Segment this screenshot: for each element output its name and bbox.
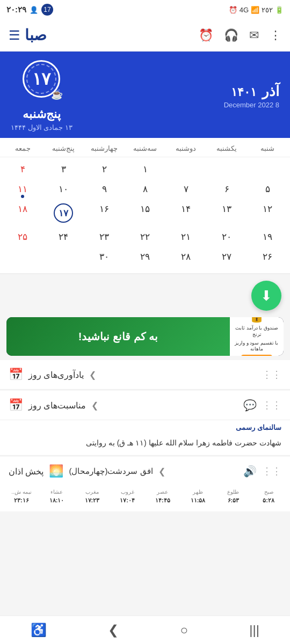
prayer-left: ⋮⋮ 🔊 — [243, 465, 281, 478]
calendar-day[interactable]: ۲۵ — [2, 227, 43, 247]
battery-level: ٢٥٢ — [262, 6, 273, 14]
nav-menu-icon[interactable]: ||| — [249, 623, 259, 638]
calendar-day[interactable]: ۱۳ — [206, 199, 247, 227]
ad-cta-button[interactable]: کلیک کنید — [241, 355, 272, 356]
calendar-day[interactable]: ۲ — [84, 159, 125, 179]
calendar-day[interactable]: ۱۹ — [247, 227, 288, 247]
status-time: ٢٠:٢٩ — [6, 5, 26, 14]
calendar-day[interactable]: ۲۹ — [125, 247, 165, 267]
occasions-icon: 📅 — [9, 398, 23, 412]
more-icon[interactable]: ⋮ — [270, 28, 281, 42]
calendar-day — [2, 247, 43, 267]
prayer-right: ❯ افق سردشت(چهارمحال) 🌅 پخش اذان — [9, 464, 165, 478]
calendar-day[interactable]: ۲۰ — [206, 227, 247, 247]
occasions-chat-icon: 💬 — [243, 399, 257, 412]
calendar-day[interactable]: ۲۳ — [84, 227, 125, 247]
prayer-label: عصر — [146, 488, 180, 496]
notification-badge: 17 — [41, 4, 53, 16]
prayer-chevron: ❯ — [158, 466, 165, 477]
mail-icon[interactable]: ✉ — [249, 28, 259, 42]
calendar-day[interactable]: ۱۴ — [165, 199, 206, 227]
prayer-column: طلوع۶:۵۳ — [216, 488, 251, 505]
reminders-item[interactable]: ⋮⋮ ❯ یادآوری‌های روز 📅 — [0, 360, 290, 390]
hijri-date: ۱۳ جمادی الاول ۱۴۴۴ — [11, 123, 73, 131]
calendar-day[interactable]: ۲۲ — [125, 227, 165, 247]
alarm-nav-icon[interactable]: ⏰ — [199, 28, 213, 42]
calendar-day[interactable]: ۴ — [2, 159, 43, 179]
app-logo: صبا — [25, 26, 47, 44]
date-en: 8 December 2022 — [224, 101, 279, 109]
prayer-time-value: ۱۷:۰۴ — [110, 496, 144, 505]
calendar-day[interactable]: ۷ — [165, 179, 206, 199]
header-left: آذر ۱۴۰۱ 8 December 2022 — [224, 83, 279, 109]
weekdays-row: شنبهیکشنبهدوشنبهسه‌شنبهچهارشنبهپنج‌شنبهج… — [0, 138, 290, 157]
prayer-time-value: ۱۸:۱۰ — [40, 496, 74, 505]
calendar-day[interactable]: ۱۵ — [125, 199, 165, 227]
calendar-day[interactable]: ۱۰ — [43, 179, 84, 199]
headphone-icon[interactable]: 🎧 — [224, 28, 238, 42]
prayer-label: عشاء — [40, 488, 74, 496]
download-icon: ⬇ — [260, 288, 272, 304]
prayer-times-grid: صبح۵:۲۸طلوع۶:۵۳ظهر۱۱:۵۸عصر۱۴:۴۵غروب۱۷:۰۴… — [0, 486, 290, 507]
month-fa: آذر ۱۴۰۱ — [224, 83, 279, 100]
ad-banner[interactable]: 🔒 صندوق با درآمد ثابت ترنج با تقسیم سود … — [6, 317, 284, 356]
nav-icons: ⋮ ✉ 🎧 ⏰ — [199, 28, 281, 42]
calendar-day[interactable]: ۲۷ — [206, 247, 247, 267]
calendar-day[interactable]: ۲۸ — [165, 247, 206, 267]
prayer-header: ⋮⋮ 🔊 ❯ افق سردشت(چهارمحال) 🌅 پخش اذان — [0, 457, 290, 486]
occasions-header[interactable]: ⋮⋮ 💬 ❯ مناسبت‌های روز 📅 — [0, 391, 290, 420]
calendar-day[interactable]: ۱۷ — [43, 199, 84, 227]
prayer-column: نیمه ش..۲۳:۱۶ — [4, 488, 39, 505]
prayer-label: مغرب — [75, 488, 110, 496]
calendar-day[interactable]: ۵ — [247, 179, 288, 199]
reminders-right: ❯ یادآوری‌های روز 📅 — [9, 368, 96, 382]
prayer-time-value: ۶:۵۳ — [216, 496, 251, 505]
download-fab[interactable]: ⬇ — [251, 281, 281, 311]
ad-side: 🔒 صندوق با درآمد ثابت ترنج با تقسیم سود … — [230, 317, 284, 356]
prayer-label: صبح — [251, 488, 286, 496]
calendar-days[interactable]: ۱۲۳۴۵۶۷۸۹۱۰۱۱۱۲۱۳۱۴۱۵۱۶۱۷۱۸۱۹۲۰۲۱۲۲۲۳۲۴۲… — [0, 157, 290, 269]
prayer-time-value: ۵:۲۸ — [251, 496, 286, 505]
drag-handle-prayer[interactable]: ⋮⋮ — [262, 465, 281, 477]
occasions-right: ❯ مناسبت‌های روز 📅 — [9, 398, 98, 412]
calendar-day[interactable]: ۲۴ — [43, 227, 84, 247]
nav-home-icon[interactable]: ○ — [180, 623, 189, 638]
calendar-day[interactable]: ۳۰ — [84, 247, 125, 267]
calendar-day[interactable]: ۱۶ — [84, 199, 125, 227]
nav-forward-icon[interactable]: ❯ — [108, 623, 119, 638]
alarm-icon: ⏰ — [229, 6, 237, 14]
occasions-chevron: ❯ — [91, 400, 98, 411]
calendar-day[interactable]: ۲۱ — [165, 227, 206, 247]
profile-icon: 👤 — [30, 6, 38, 14]
calendar-day[interactable]: ۳ — [43, 159, 84, 179]
prayer-title: پخش اذان — [9, 466, 44, 477]
ad-side-title: صندوق با درآمد ثابت ترنج — [233, 325, 280, 338]
reminders-chevron: ❯ — [89, 370, 96, 380]
calendar-day[interactable]: ۶ — [206, 179, 247, 199]
drag-handle-reminders[interactable]: ⋮⋮ — [262, 369, 281, 380]
ad-main: به کم قانع نباشید! — [6, 317, 230, 356]
calendar-day[interactable]: ۹ — [84, 179, 125, 199]
calendar-day[interactable]: ۸ — [125, 179, 165, 199]
prayer-column: صبح۵:۲۸ — [251, 488, 286, 505]
calendar-day[interactable]: ۱۸ — [2, 199, 43, 227]
prayer-section: ⋮⋮ 🔊 ❯ افق سردشت(چهارمحال) 🌅 پخش اذان صب… — [0, 457, 290, 511]
calendar-day[interactable]: ۱۲ — [247, 199, 288, 227]
signal-icon: 📶 — [251, 6, 259, 14]
prayer-column: ظهر۱۱:۵۸ — [181, 488, 215, 505]
drag-handle-occasions[interactable]: ⋮⋮ — [262, 399, 281, 411]
prayer-label: غروب — [110, 488, 144, 496]
status-right: 17 👤 ٢٠:٢٩ — [6, 4, 53, 16]
header-center: ۱۷ ☕ پنج‌شنبه ۱۳ جمادی الاول ۱۴۴۴ — [11, 60, 73, 131]
nav-accessibility-icon[interactable]: ♿ — [31, 623, 47, 638]
weekday-label: دوشنبه — [165, 142, 206, 155]
calendar-day[interactable]: ۲۶ — [247, 247, 288, 267]
calendar-header: آذر ۱۴۰۱ 8 December 2022 ۱۷ ☕ پنج‌شنبه ۱… — [0, 52, 290, 138]
occasions-title: مناسبت‌های روز — [28, 400, 86, 411]
status-bar: 🔋 ٢٥٢ 📶 4G ⏰ 17 👤 ٢٠:٢٩ — [0, 0, 290, 19]
occasions-label: سالنمای رسمی — [0, 421, 290, 435]
calendar-day[interactable]: ۱ — [125, 159, 165, 179]
prayer-time-value: ۱۴:۴۵ — [146, 496, 180, 505]
calendar-day[interactable]: ۱۱ — [2, 179, 43, 199]
menu-icon[interactable]: ☰ — [9, 28, 20, 43]
